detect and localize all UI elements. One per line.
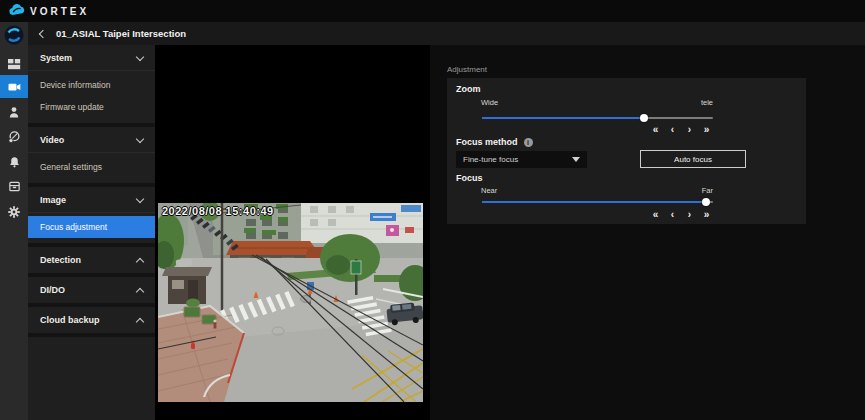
adjustment-card: Zoom Wide tele « ‹ › » Focus method i Fi… [447,78,806,224]
rail-item-cameras[interactable] [0,75,28,98]
focus-stepper-row: « ‹ › » [649,208,713,220]
pedestrian [213,319,216,328]
nav-item-focus-adjustment[interactable]: Focus adjustment [28,216,155,238]
chevron-down-icon [136,134,144,142]
zoom-stepper-row: « ‹ › » [649,123,713,135]
bell-icon [8,155,21,169]
focus-method-dropdown[interactable]: Fine-tune focus [456,151,587,168]
rail-item-users[interactable] [0,100,28,123]
zoom-step-right-button[interactable]: › [683,123,696,135]
nav-section-cloud-backup: Cloud backup [28,307,155,337]
gear-icon [7,205,21,219]
focus-label: Focus [456,173,483,183]
nav-section-system: System Device information Firmware updat… [28,45,155,127]
nav-header-dido[interactable]: DI/DO [28,277,155,303]
focus-min-label: Near [481,186,497,195]
rail-item-settings[interactable] [0,200,28,223]
page-title: 01_ASIAL Taipei Intersection [56,28,186,39]
brand-logo[interactable]: VORTEX [8,2,89,20]
dropdown-caret-icon [572,157,580,162]
video-container: 2022/08/08 15:40:49 [155,45,430,420]
camera-scene [158,203,423,402]
zoom-slider-fill [482,117,644,119]
user-icon [7,105,21,119]
camera-stream[interactable]: 2022/08/08 15:40:49 [158,203,423,402]
globe-icon [7,130,21,144]
rail-item-notifications[interactable] [0,150,28,173]
info-icon[interactable]: i [524,138,533,147]
focus-method-selected-value: Fine-tune focus [463,155,518,164]
focus-method-row: Focus method i [456,137,533,147]
zoom-slider-thumb[interactable] [640,114,648,122]
video-timestamp-overlay: 2022/08/08 15:40:49 [162,205,274,217]
nav-header-cloud-backup[interactable]: Cloud backup [28,307,155,333]
zoom-step-far-left-button[interactable]: « [649,123,662,135]
video-camera-icon [7,80,21,94]
focus-slider[interactable] [482,201,713,203]
nav-header-system[interactable]: System [28,45,155,71]
nav-section-detection: Detection [28,247,155,277]
nav-item-device-information[interactable]: Device information [28,74,155,96]
zoom-step-far-right-button[interactable]: » [700,123,713,135]
nav-header-video[interactable]: Video [28,127,155,153]
zoom-min-label: Wide [481,98,498,107]
nav-section-image: Image Focus adjustment [28,187,155,247]
breadcrumb: 01_ASIAL Taipei Intersection [28,22,865,45]
zoom-max-label: tele [701,98,713,107]
rail-item-archives[interactable] [0,175,28,198]
adjustment-panel-title: Adjustment [447,65,487,74]
nav-item-firmware-update[interactable]: Firmware update [28,96,155,118]
focus-max-label: Far [702,186,713,195]
chevron-down-icon [136,194,144,202]
rail-item-dashboard[interactable] [0,52,28,75]
side-nav: System Device information Firmware updat… [28,45,155,420]
zoom-label: Zoom [456,84,481,94]
focus-slider-fill [482,201,706,203]
nav-section-video: Video General settings [28,127,155,187]
focus-step-far-left-button[interactable]: « [649,208,662,220]
vortex-cloud-icon [8,2,25,20]
chevron-up-icon [136,257,144,265]
dashboard-grid-icon [7,57,21,71]
focus-slider-thumb[interactable] [702,198,710,206]
brand-text: VORTEX [30,6,89,17]
chevron-up-icon [136,287,144,295]
adjustment-pane: Adjustment Zoom Wide tele « ‹ › » Focus … [430,45,865,420]
chevron-down-icon [136,52,144,60]
vortex-swirl-icon [4,25,24,45]
top-bar: VORTEX [0,0,865,22]
vortex-app: VORTEX 01_ASIAL Taipei Intersection [0,0,865,420]
back-chevron-icon[interactable] [39,29,47,37]
focus-method-label: Focus method [456,137,518,147]
auto-focus-button[interactable]: Auto focus [640,150,746,168]
zoom-step-left-button[interactable]: ‹ [666,123,679,135]
nav-header-image[interactable]: Image [28,187,155,213]
icon-rail [0,22,28,420]
nav-section-dido: DI/DO [28,277,155,307]
zoom-slider[interactable] [482,117,713,119]
nav-header-detection[interactable]: Detection [28,247,155,273]
archive-box-icon [8,180,21,193]
focus-step-left-button[interactable]: ‹ [666,208,679,220]
focus-step-right-button[interactable]: › [683,208,696,220]
focus-step-far-right-button[interactable]: » [700,208,713,220]
rail-item-sites[interactable] [0,125,28,148]
rail-item-vortex-avatar[interactable] [0,22,28,48]
nav-item-general-settings[interactable]: General settings [28,156,155,178]
chevron-up-icon [136,317,144,325]
